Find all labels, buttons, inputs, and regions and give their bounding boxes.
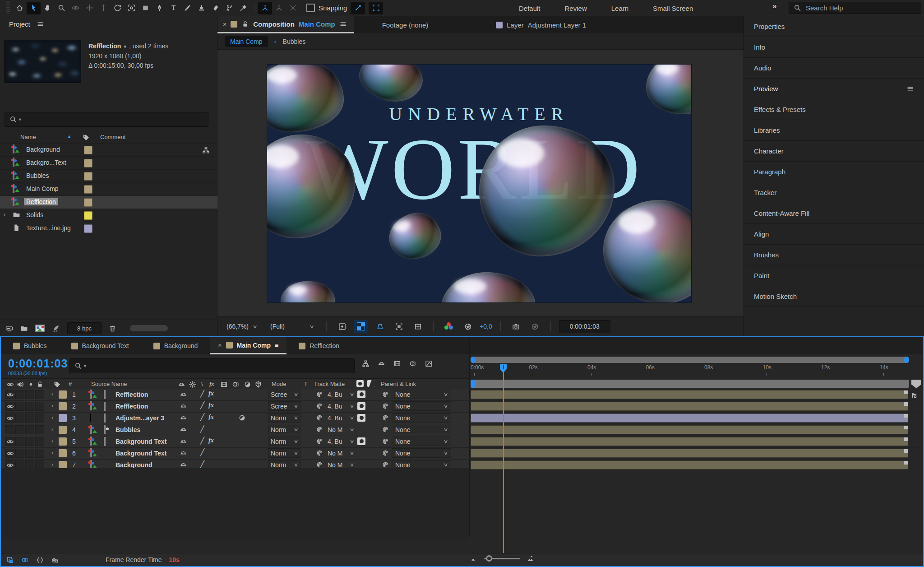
column-track-matte[interactable]: Track Matte (314, 381, 345, 387)
axis-mode-button[interactable] (258, 2, 272, 14)
sidebar-panel-tab[interactable]: Character (744, 141, 924, 162)
layer-visibility-toggle[interactable] (5, 425, 14, 434)
sidebar-panel-tab[interactable]: Paint (744, 265, 924, 286)
layer-row[interactable]: › 4 Bubbles ╱ fx Norm∨ N (1, 424, 469, 436)
motion-blur-icon[interactable] (409, 360, 417, 367)
layer-expander-icon[interactable]: › (51, 426, 53, 432)
sidebar-panel-tab[interactable]: Info (744, 37, 924, 58)
tool-button[interactable] (208, 2, 222, 14)
tool-button[interactable]: T (166, 2, 180, 14)
collapse-switch-icon[interactable] (189, 381, 196, 388)
track-matte-dropdown[interactable]: 4. Bu∨ (326, 413, 356, 423)
track-matte-dropdown[interactable]: 4. Bu∨ (326, 437, 356, 446)
sort-ascending-icon[interactable]: ▲ (67, 134, 72, 139)
timeline-zoom-slider[interactable] (484, 558, 520, 559)
workspace-tab[interactable]: Default (519, 5, 541, 12)
solo-column-icon[interactable] (27, 381, 35, 388)
panel-menu-icon[interactable]: ≡ (275, 342, 278, 349)
layer-row[interactable]: › 1 Refflection ╱ fx Scree∨ (1, 389, 469, 401)
time-ruler[interactable]: 0:00s 02s 04s 06s 08s (471, 364, 923, 378)
fx-switch-icon[interactable]: fx (209, 381, 214, 388)
panel-menu-icon[interactable] (906, 85, 914, 93)
label-column-icon[interactable] (82, 134, 90, 141)
sidebar-panel-tab[interactable]: Audio (744, 58, 924, 79)
parent-link-dropdown[interactable]: None∨ (392, 390, 451, 399)
layer-solo-toggle[interactable] (25, 402, 34, 411)
sidebar-panel-tab[interactable]: Motion Sketch (744, 286, 924, 307)
sidebar-panel-tab[interactable]: Align (744, 224, 924, 245)
tool-button[interactable] (13, 2, 27, 14)
project-list-item[interactable]: › Solids (0, 209, 217, 222)
blend-mode-dropdown[interactable]: Norm∨ (268, 425, 300, 434)
tool-button[interactable] (222, 2, 236, 14)
shy-toggle-icon[interactable] (180, 426, 187, 433)
mini-flowchart-icon[interactable] (362, 360, 370, 367)
tab-layer[interactable]: Layer Adjustment Layer 1 (496, 21, 586, 29)
project-list-item[interactable]: Background (0, 144, 217, 157)
label-color-swatch[interactable] (84, 224, 92, 233)
project-list-item[interactable]: Refflection (0, 196, 217, 209)
sidebar-panel-tab[interactable]: Preview (744, 79, 924, 99)
zoom-out-mountain-icon[interactable] (470, 555, 478, 562)
layer-expander-icon[interactable]: › (51, 438, 53, 444)
timeline-navigator-bar[interactable] (471, 357, 909, 363)
preserve-transparency-icon[interactable] (367, 380, 374, 388)
tool-button[interactable] (41, 2, 55, 14)
shy-toggle-icon[interactable] (180, 390, 187, 398)
tool-button[interactable] (180, 2, 194, 14)
layer-color-swatch[interactable] (59, 426, 67, 434)
matte-pickwhip-icon[interactable] (316, 390, 323, 398)
mask-visibility-button[interactable] (373, 320, 387, 333)
quality-switch-icon[interactable]: \ (201, 381, 203, 387)
layer-expander-icon[interactable]: › (51, 403, 53, 409)
column-mode[interactable]: Mode (272, 381, 286, 387)
expand-layer-switches-icon[interactable] (6, 556, 14, 564)
sidebar-panel-tab[interactable]: Paragraph (744, 162, 924, 182)
fx-badge[interactable]: fx (208, 414, 214, 421)
layer-audio-toggle[interactable] (15, 402, 24, 411)
sidebar-panel-tab[interactable]: Brushes (744, 245, 924, 265)
blend-mode-dropdown[interactable]: Scree∨ (268, 390, 300, 399)
layer-row[interactable]: › 3 Adjustm...ayer 3 ╱ fx Norm∨ (1, 413, 469, 424)
layer-solo-toggle[interactable] (25, 390, 34, 399)
frame-blend-switch-icon[interactable] (220, 381, 228, 388)
trash-icon[interactable] (109, 325, 116, 332)
shy-toggle-icon[interactable] (180, 402, 187, 410)
graph-editor-icon[interactable] (425, 360, 433, 367)
exposure-reset-button[interactable] (461, 320, 475, 333)
track-matte-dropdown[interactable]: 4. Bu∨ (326, 401, 356, 411)
zoom-in-mountain-icon[interactable] (527, 555, 534, 562)
expand-in-out-panes-icon[interactable] (36, 556, 44, 564)
layer-expander-icon[interactable]: › (51, 391, 53, 397)
layer-duration-bar[interactable] (471, 425, 908, 434)
grid-guides-button[interactable] (411, 320, 425, 333)
label-color-swatch[interactable] (84, 172, 92, 181)
snap-options-button[interactable] (351, 2, 365, 14)
layer-lock-toggle[interactable] (35, 449, 44, 458)
breadcrumb-item[interactable]: Bubbles (283, 38, 306, 45)
track-matte-dropdown[interactable]: 4. Bu∨ (326, 390, 356, 399)
tool-button[interactable] (55, 2, 69, 14)
panel-menu-icon[interactable] (339, 20, 347, 28)
matte-toggle-icon[interactable] (356, 380, 364, 388)
matte-pickwhip-icon[interactable] (316, 414, 323, 422)
composition-canvas[interactable]: UNDERWATER WORLD (267, 65, 691, 302)
blend-mode-dropdown[interactable]: Norm∨ (268, 437, 300, 446)
timeline-tab[interactable]: Background Text (59, 337, 141, 354)
tool-button[interactable] (83, 2, 97, 14)
label-color-swatch[interactable] (84, 185, 92, 194)
layer-row[interactable]: › 2 Refflection ╱ fx Scree∨ (1, 401, 469, 413)
parent-pickwhip-icon[interactable] (382, 449, 389, 457)
matte-pickwhip-icon[interactable] (316, 449, 323, 457)
blend-mode-dropdown[interactable]: Norm∨ (268, 413, 300, 423)
column-source-name[interactable]: Source Name (91, 381, 127, 387)
shy-switch-icon[interactable] (178, 381, 185, 388)
layer-color-swatch[interactable] (59, 402, 67, 410)
exposure-value[interactable]: +0,0 (480, 323, 492, 330)
frame-blending-icon[interactable] (393, 360, 401, 367)
timeline-timecode[interactable]: 0:00:01:03 (8, 357, 68, 370)
parent-link-dropdown[interactable]: None∨ (392, 401, 451, 411)
channel-button[interactable] (442, 320, 456, 333)
close-tab-icon[interactable]: × (223, 21, 226, 28)
adjustment-layer-icon[interactable] (238, 414, 246, 422)
